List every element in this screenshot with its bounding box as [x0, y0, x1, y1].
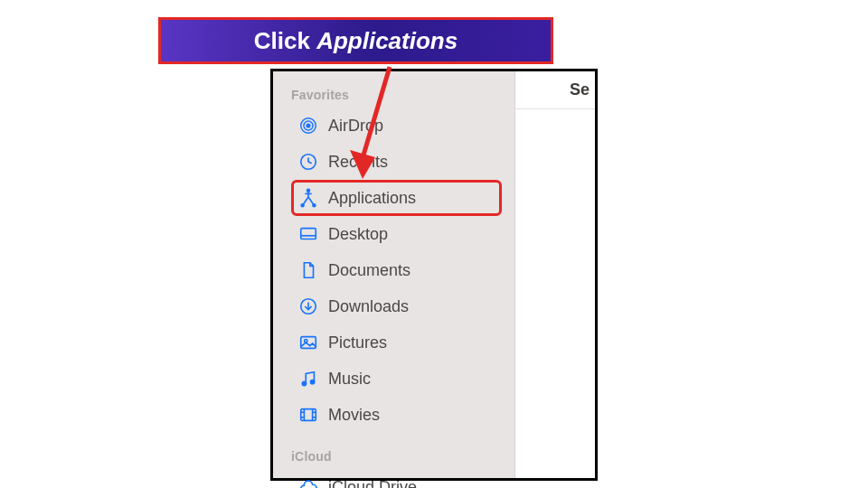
sidebar-item-movies[interactable]: Movies — [291, 397, 502, 433]
sidebar-item-label: AirDrop — [328, 117, 383, 136]
svg-point-14 — [302, 381, 306, 385]
sidebar-item-icloud-drive[interactable]: iCloud Drive — [291, 469, 502, 488]
finder-window: Favorites AirDrop Recents — [270, 69, 598, 481]
instruction-text: Click Applications — [254, 27, 458, 55]
svg-point-7 — [301, 204, 304, 207]
sidebar-item-pictures[interactable]: Pictures — [291, 324, 502, 361]
sidebar-item-label: Documents — [328, 261, 410, 280]
sidebar-item-music[interactable]: Music — [291, 361, 502, 397]
sidebar-section-icloud: iCloud — [291, 449, 502, 464]
instruction-prefix: Click — [254, 27, 316, 54]
pictures-icon — [297, 332, 319, 353]
svg-rect-12 — [301, 337, 316, 349]
svg-point-4 — [307, 124, 310, 127]
sidebar-item-applications[interactable]: Applications — [291, 180, 502, 216]
sidebar-item-label: Applications — [328, 189, 416, 208]
finder-sidebar: Favorites AirDrop Recents — [273, 71, 515, 478]
sidebar-section-favorites: Favorites — [291, 88, 502, 102]
finder-main: Se — [515, 71, 595, 478]
movies-icon — [297, 404, 319, 426]
sidebar-item-label: Music — [328, 370, 371, 389]
sidebar-item-downloads[interactable]: Downloads — [291, 288, 502, 324]
instruction-emphasis: Applications — [316, 27, 458, 54]
finder-toolbar: Se — [515, 71, 595, 109]
svg-point-8 — [313, 204, 316, 207]
svg-point-15 — [310, 380, 314, 384]
instruction-callout: Click Applications — [158, 17, 553, 64]
sidebar-item-desktop[interactable]: Desktop — [291, 216, 502, 252]
sidebar-item-label: Desktop — [328, 225, 388, 244]
applications-icon — [297, 187, 319, 209]
sidebar-item-label: Downloads — [328, 297, 409, 316]
music-icon — [297, 368, 319, 389]
sidebar-item-airdrop[interactable]: AirDrop — [291, 108, 502, 144]
sidebar-item-documents[interactable]: Documents — [291, 252, 502, 288]
airdrop-icon — [297, 115, 319, 136]
sidebar-item-label: iCloud Drive — [328, 478, 417, 489]
sidebar-item-label: Movies — [328, 406, 380, 425]
desktop-icon — [297, 223, 319, 245]
sidebar-item-recents[interactable]: Recents — [291, 144, 502, 180]
clock-icon — [297, 151, 319, 173]
svg-rect-9 — [301, 229, 316, 239]
document-icon — [297, 259, 319, 281]
svg-rect-16 — [301, 409, 316, 421]
cloud-icon — [297, 476, 319, 488]
download-icon — [297, 296, 319, 317]
sidebar-item-label: Recents — [328, 153, 388, 172]
sidebar-item-label: Pictures — [328, 333, 387, 352]
toolbar-fragment: Se — [570, 80, 590, 99]
svg-point-6 — [307, 189, 310, 192]
